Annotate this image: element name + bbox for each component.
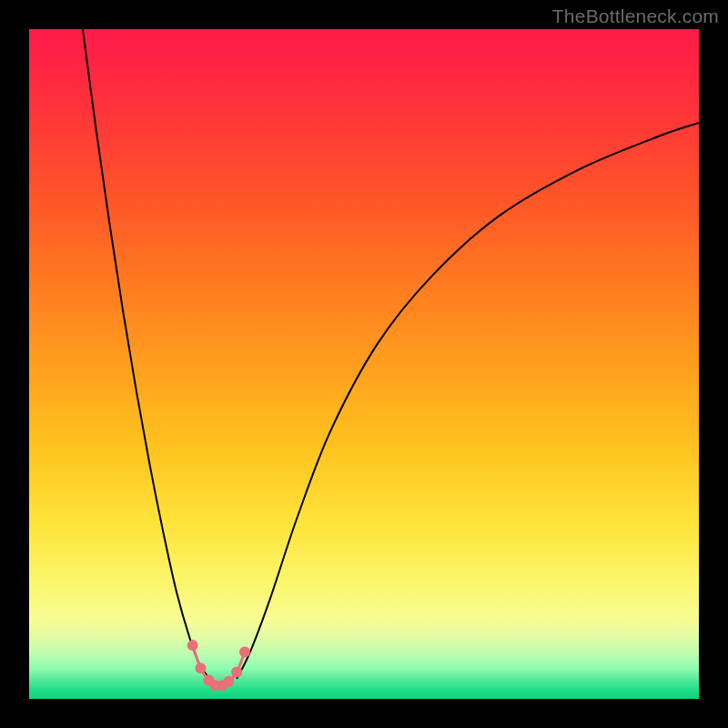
watermark-text: TheBottleneck.com [552, 5, 719, 27]
valley-dot [223, 676, 234, 687]
curve-left [83, 29, 210, 679]
valley-dot [187, 640, 198, 651]
outer-frame: TheBottleneck.com [0, 0, 728, 728]
curve-right-path [237, 123, 699, 679]
chart-svg [29, 29, 699, 699]
valley-dot [231, 667, 242, 678]
plot-area [29, 29, 699, 699]
valley-dot [239, 646, 250, 657]
curve-left-path [83, 29, 210, 679]
curve-right [237, 123, 699, 679]
valley-dot [195, 662, 206, 673]
